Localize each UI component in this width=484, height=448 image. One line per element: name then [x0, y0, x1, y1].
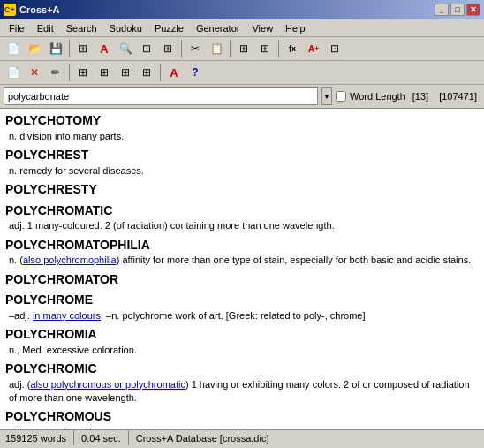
entry-definition: n. division into many parts. — [5, 130, 479, 143]
new2-button[interactable]: 📄 — [4, 63, 23, 82]
sep4 — [278, 40, 279, 57]
search-dropdown[interactable]: ▼ — [321, 87, 332, 105]
entry-word: POLYCHROME — [5, 292, 479, 309]
sep5 — [69, 64, 70, 81]
help-button[interactable]: ? — [185, 63, 205, 82]
entry-definition: n., Med. excessive coloration. — [5, 344, 479, 357]
title-bar-controls: _ □ ✕ — [435, 4, 480, 16]
word-length-checkbox[interactable] — [336, 91, 346, 102]
grid-button2[interactable]: ⊡ — [137, 39, 156, 58]
misc-button[interactable]: ⊡ — [325, 39, 344, 58]
delete-button[interactable]: ✕ — [25, 63, 44, 82]
entry-word: POLYCHROMIA — [5, 326, 479, 344]
menu-bar: File Edit Search Sudoku Puzzle Generator… — [0, 19, 484, 37]
menu-view[interactable]: View — [246, 21, 278, 35]
entry-definition: adj. many-coloured. — [5, 426, 479, 429]
menu-sudoku[interactable]: Sudoku — [104, 21, 147, 35]
entry-word: POLYCHROMOUS — [5, 408, 479, 426]
entry-word: POLYCHROMATOR — [5, 271, 479, 289]
title-bar-left: C+ Cross+A — [4, 4, 60, 16]
word-length-value: [13] — [409, 91, 432, 102]
cut-button[interactable]: ✂ — [185, 39, 205, 58]
find-button[interactable]: 🔍 — [116, 39, 135, 58]
menu-help[interactable]: Help — [280, 21, 311, 35]
status-time: 0.04 sec. — [74, 430, 129, 445]
app-title: Cross+A — [19, 4, 60, 15]
title-bar: C+ Cross+A _ □ ✕ — [0, 0, 484, 19]
new-button[interactable]: 📄 — [4, 39, 23, 58]
grid-button3[interactable]: ⊞ — [158, 39, 178, 58]
table1-button[interactable]: ⊞ — [73, 63, 93, 82]
save-button[interactable]: 💾 — [46, 39, 65, 58]
result-count: [107471] — [435, 91, 480, 102]
app-icon-text: C+ — [4, 5, 15, 14]
sep2 — [181, 40, 182, 57]
spell-button[interactable]: A — [164, 63, 184, 82]
table3-button[interactable]: ⊞ — [116, 63, 135, 82]
entry-word: POLYCHREST — [5, 147, 479, 164]
entry-word: POLYCHROMIC — [5, 361, 479, 378]
entry-definition: –adj. in many colours. –n. polychrome wo… — [5, 309, 479, 323]
maximize-button[interactable]: □ — [450, 4, 465, 16]
status-bar: 159125 words 0.04 sec. Cross+A Database … — [0, 429, 484, 445]
table2-button[interactable]: ⊞ — [95, 63, 114, 82]
entry-definition: n. remedy for several diseases. — [5, 164, 479, 178]
word-length-label: Word Length — [350, 91, 405, 102]
entry-word: POLYCHROMATOPHILIA — [5, 237, 479, 254]
grid-button5[interactable]: ⊞ — [255, 39, 275, 58]
fontplus-button[interactable]: A+ — [304, 39, 323, 58]
sep6 — [160, 64, 161, 81]
search-bar: ▼ Word Length [13] [107471] — [0, 85, 484, 109]
close-button[interactable]: ✕ — [466, 4, 480, 16]
font-button[interactable]: A — [95, 39, 114, 58]
minimize-button[interactable]: _ — [435, 4, 449, 16]
menu-edit[interactable]: Edit — [32, 21, 59, 35]
toolbar-row1: 📄 📂 💾 ⊞ A 🔍 ⊡ ⊞ ✂ 📋 ⊞ ⊞ fx A+ ⊡ — [0, 37, 484, 61]
edit-button[interactable]: ✏ — [46, 63, 65, 82]
entry-word: POLYCHRESTY — [5, 181, 479, 199]
sep3 — [230, 40, 231, 57]
content-area: POLYCHOTOMYn. division into many parts.P… — [0, 109, 484, 429]
open-button[interactable]: 📂 — [25, 39, 44, 58]
table4-button[interactable]: ⊞ — [137, 63, 156, 82]
copy-button[interactable]: 📋 — [207, 39, 226, 58]
content-scroll[interactable]: POLYCHOTOMYn. division into many parts.P… — [0, 109, 484, 429]
entry-definition: adj. 1 many-coloured. 2 (of radiation) c… — [5, 219, 479, 232]
toolbar-row2: 📄 ✕ ✏ ⊞ ⊞ ⊞ ⊞ A ? — [0, 61, 484, 85]
search-input[interactable] — [4, 87, 318, 105]
app-icon: C+ — [4, 4, 16, 16]
entry-word: POLYCHROMATIC — [5, 202, 479, 220]
grid-button4[interactable]: ⊞ — [234, 39, 253, 58]
entry-definition: adj. (also polychromous or polychromatic… — [5, 378, 479, 406]
menu-search[interactable]: Search — [61, 21, 102, 35]
grid-button1[interactable]: ⊞ — [73, 39, 93, 58]
menu-generator[interactable]: Generator — [191, 21, 246, 35]
sep1 — [69, 40, 70, 57]
entry-word: POLYCHOTOMY — [5, 112, 479, 130]
status-word-count: 159125 words — [5, 430, 74, 445]
menu-file[interactable]: File — [4, 21, 30, 35]
formula-button[interactable]: fx — [283, 39, 302, 58]
menu-puzzle[interactable]: Puzzle — [149, 21, 189, 35]
entry-definition: n. (also polychromophilia) affinity for … — [5, 254, 479, 267]
status-database: Cross+A Database [crossa.dic] — [129, 430, 276, 445]
